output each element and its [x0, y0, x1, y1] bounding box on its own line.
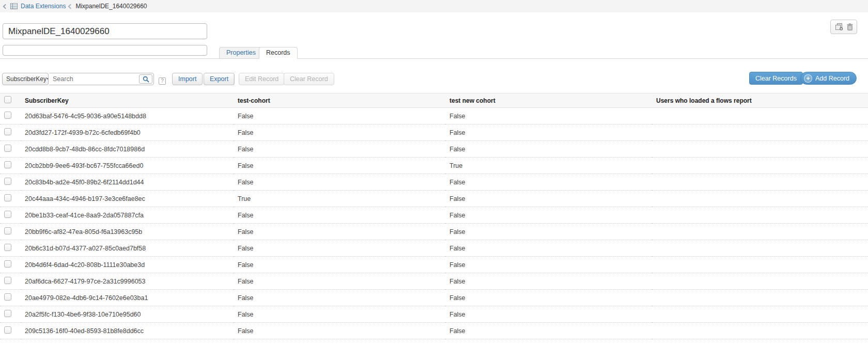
table-row[interactable]: 20a2f5fc-f130-4be6-9f38-10e710e95d60 Fal…: [0, 306, 868, 323]
table-row[interactable]: 20b6c31d-b07d-4377-a027-85c0aed7bf58 Fal…: [0, 240, 868, 257]
plus-icon: +: [804, 74, 812, 83]
row-checkbox[interactable]: [4, 244, 11, 251]
cell-test-new-cohort: False: [445, 323, 652, 339]
table-row[interactable]: 20c44aaa-434c-4946-b197-3e3ce6fae8ec Tru…: [0, 191, 868, 207]
row-checkbox[interactable]: [4, 194, 11, 201]
cell-flows-report: [652, 191, 868, 207]
cell-test-cohort: False: [234, 158, 445, 174]
trash-icon[interactable]: [847, 23, 853, 30]
header-checkbox-cell: [0, 93, 21, 108]
breadcrumb-link-data-extensions[interactable]: Data Extensions: [21, 3, 66, 10]
export-button[interactable]: Export: [204, 73, 235, 85]
cell-test-cohort: False: [234, 306, 445, 323]
table-row[interactable]: 20c83b4b-ad2e-45f0-89b2-6f2114dd1d44 Fal…: [0, 174, 868, 191]
row-checkbox-cell: [0, 257, 21, 273]
cell-test-cohort: False: [234, 174, 445, 191]
table-row[interactable]: 20bb9f6c-af82-47ea-805d-f6a13963c95b Fal…: [0, 224, 868, 240]
cell-subscriber-key: 209c5136-16f0-40ed-8593-81b8fe8dd6cc: [21, 323, 234, 339]
search-icon: [143, 76, 149, 83]
import-button[interactable]: Import: [172, 73, 203, 85]
row-checkbox-cell: [0, 191, 21, 207]
cell-test-cohort: False: [234, 141, 445, 158]
column-header-test-new-cohort[interactable]: test new cohort: [445, 93, 652, 108]
select-all-checkbox[interactable]: [4, 96, 11, 103]
table-row[interactable]: 20d63baf-5476-4c95-9036-a90e5148bdd8 Fal…: [0, 108, 868, 124]
table-row[interactable]: 20cb2bb9-9ee6-493f-bc67-755fcca66ed0 Fal…: [0, 158, 868, 174]
row-checkbox[interactable]: [4, 161, 11, 168]
cell-test-cohort: False: [234, 273, 445, 290]
clear-records-button[interactable]: Clear Records: [749, 72, 803, 85]
cell-subscriber-key: 20d3fd27-172f-4939-b72c-6cfedb69f4b0: [21, 124, 234, 141]
row-checkbox-cell: [0, 141, 21, 158]
copy-icon[interactable]: [835, 23, 843, 30]
table-row[interactable]: 20d3fd27-172f-4939-b72c-6cfedb69f4b0 Fal…: [0, 124, 868, 141]
cell-test-cohort: False: [234, 323, 445, 339]
search-button[interactable]: [139, 74, 152, 84]
search-field-dropdown[interactable]: SubscriberKey: [2, 73, 49, 85]
table-row[interactable]: 20be1b33-ceaf-41ce-8aa9-2da057887cfa Fal…: [0, 207, 868, 224]
cell-test-new-cohort: False: [445, 191, 652, 207]
row-checkbox-cell: [0, 290, 21, 306]
column-header-test-cohort[interactable]: test-cohort: [234, 93, 445, 108]
table-header-row: SubscriberKey test-cohort test new cohor…: [0, 93, 868, 108]
data-extensions-grid-icon: [10, 3, 18, 9]
cell-flows-report: [652, 240, 868, 257]
de-name-input[interactable]: [3, 23, 207, 39]
row-checkbox-cell: [0, 306, 21, 323]
records-tbody: 20d63baf-5476-4c95-9036-a90e5148bdd8 Fal…: [0, 108, 868, 339]
row-checkbox[interactable]: [4, 128, 11, 135]
cell-flows-report: [652, 108, 868, 124]
row-checkbox[interactable]: [4, 227, 11, 234]
records-table: SubscriberKey test-cohort test new cohor…: [0, 93, 868, 339]
column-header-flows-report[interactable]: Users who loaded a flows report: [652, 93, 868, 108]
cell-flows-report: [652, 323, 868, 339]
cell-subscriber-key: 20cdd8b8-9cb7-48db-86cc-8fdc7018986d: [21, 141, 234, 158]
cell-subscriber-key: 20af6dca-6627-4179-97ce-2a31c9996053: [21, 273, 234, 290]
row-checkbox-cell: [0, 224, 21, 240]
breadcrumb: Data Extensions MixpanelDE_1640029660: [0, 0, 868, 12]
row-checkbox[interactable]: [4, 178, 11, 185]
row-checkbox[interactable]: [4, 326, 11, 334]
row-checkbox[interactable]: [4, 260, 11, 268]
cell-flows-report: [652, 290, 868, 306]
toolbar-divider: [234, 72, 234, 85]
row-checkbox-cell: [0, 240, 21, 257]
breadcrumb-current: MixpanelDE_1640029660: [75, 3, 147, 10]
column-header-subscriber-key[interactable]: SubscriberKey: [21, 93, 234, 108]
row-checkbox-cell: [0, 124, 21, 141]
cell-subscriber-key: 20a2f5fc-f130-4be6-9f38-10e710e95d60: [21, 306, 234, 323]
help-icon[interactable]: ?: [159, 77, 166, 85]
cell-test-new-cohort: False: [445, 224, 652, 240]
cell-flows-report: [652, 207, 868, 224]
tab-records[interactable]: Records: [259, 47, 298, 59]
tab-bar: Properties Records: [0, 47, 868, 59]
edit-record-button[interactable]: Edit Record: [239, 73, 285, 85]
cell-test-cohort: False: [234, 124, 445, 141]
clear-record-button[interactable]: Clear Record: [284, 73, 334, 85]
table-row[interactable]: 20b4d6f4-6dad-4c20-808b-1111e30abe3d Fal…: [0, 257, 868, 273]
cell-flows-report: [652, 257, 868, 273]
row-checkbox-cell: [0, 174, 21, 191]
row-checkbox[interactable]: [4, 293, 11, 301]
row-checkbox[interactable]: [4, 112, 11, 119]
cell-subscriber-key: 20b4d6f4-6dad-4c20-808b-1111e30abe3d: [21, 257, 234, 273]
cell-test-cohort: False: [234, 207, 445, 224]
cell-flows-report: [652, 224, 868, 240]
table-row[interactable]: 20cdd8b8-9cb7-48db-86cc-8fdc7018986d Fal…: [0, 141, 868, 158]
row-checkbox[interactable]: [4, 211, 11, 218]
row-checkbox[interactable]: [4, 310, 11, 317]
tab-properties[interactable]: Properties: [219, 47, 263, 59]
add-record-button[interactable]: + Add Record: [800, 72, 857, 85]
row-checkbox-cell: [0, 108, 21, 124]
table-row[interactable]: 20ae4979-082e-4db6-9c14-7602e6e03ba1 Fal…: [0, 290, 868, 306]
row-checkbox[interactable]: [4, 145, 11, 152]
table-row[interactable]: 209c5136-16f0-40ed-8593-81b8fe8dd6cc Fal…: [0, 323, 868, 339]
search-input[interactable]: [49, 73, 137, 85]
cell-test-new-cohort: False: [445, 174, 652, 191]
row-checkbox-cell: [0, 207, 21, 224]
back-chevron-icon[interactable]: [3, 4, 8, 9]
cell-test-new-cohort: True: [445, 158, 652, 174]
table-row[interactable]: 20af6dca-6627-4179-97ce-2a31c9996053 Fal…: [0, 273, 868, 290]
row-checkbox[interactable]: [4, 277, 11, 284]
cell-subscriber-key: 20c44aaa-434c-4946-b197-3e3ce6fae8ec: [21, 191, 234, 207]
